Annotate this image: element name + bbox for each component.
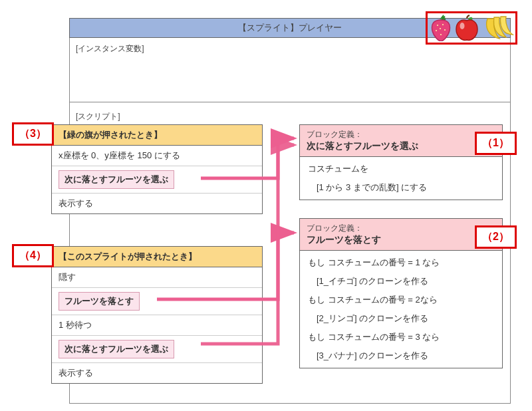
- def2-name: フルーツを落とす: [307, 234, 495, 246]
- svg-point-2: [439, 28, 440, 29]
- script4-row5: 表示する: [52, 363, 262, 383]
- diagram-stage: 【スプライト】プレイヤー: [0, 0, 532, 411]
- def1-line2: [1 から 3 までの乱数] にする: [300, 178, 502, 197]
- scripts-label: [スクリプト]: [76, 111, 120, 122]
- def2-line6: [3_バナナ] のクローンを作る: [300, 346, 502, 365]
- script4-row4: 次に落とすフルーツを選ぶ: [52, 336, 262, 363]
- call-choose-next-fruit-2: 次に落とすフルーツを選ぶ: [59, 340, 174, 358]
- block-def-choose-next-fruit: ブロック定義： 次に落とすフルーツを選ぶ コスチュームを [1 から 3 までの…: [299, 124, 503, 200]
- callout-3: （3）: [12, 122, 54, 146]
- callout-2: （2）: [475, 225, 517, 249]
- panel-divider: [69, 102, 511, 102]
- def2-line5: もし コスチュームの番号 = 3 なら: [300, 328, 502, 346]
- svg-point-3: [435, 30, 436, 31]
- def2-line4: [2_リンゴ] のクローンを作る: [300, 309, 502, 328]
- script4-row1: 隠す: [52, 267, 262, 288]
- svg-point-4: [444, 29, 445, 31]
- title-text: 【スプライト】プレイヤー: [238, 22, 342, 34]
- def2-line2: [1_イチゴ] のクローンを作る: [300, 272, 502, 291]
- callout-4: （4）: [12, 244, 54, 267]
- apple-icon: [454, 15, 480, 41]
- block-def-drop-fruit: ブロック定義： フルーツを落とす もし コスチュームの番号 = 1 なら [1_…: [299, 218, 503, 368]
- script4-row2: フルーツを落とす: [52, 288, 262, 315]
- script3-header: 【緑の旗が押されたとき】: [52, 125, 262, 146]
- def1-line1: コスチュームを: [300, 160, 502, 178]
- script3-row1: x座標を 0、y座標を 150 にする: [52, 146, 262, 166]
- svg-point-6: [460, 23, 465, 29]
- call-choose-next-fruit: 次に落とすフルーツを選ぶ: [59, 170, 174, 189]
- script4-header: 【このスプライトが押されたとき】: [52, 247, 262, 267]
- def2-label: ブロック定義：: [307, 223, 495, 234]
- script3-row2: 次に落とすフルーツを選ぶ: [52, 166, 262, 194]
- svg-point-1: [442, 24, 443, 25]
- callout-1: （1）: [475, 132, 517, 155]
- def1-name: 次に落とすフルーツを選ぶ: [307, 140, 495, 152]
- def1-header: ブロック定義： 次に落とすフルーツを選ぶ: [300, 125, 502, 157]
- script3-row3: 表示する: [52, 194, 262, 213]
- script-sprite-clicked: 【このスプライトが押されたとき】 隠す フルーツを落とす 1 秒待つ 次に落とす…: [51, 246, 263, 384]
- def2-line1: もし コスチュームの番号 = 1 なら: [300, 253, 502, 272]
- def2-line3: もし コスチュームの番号 = 2なら: [300, 291, 502, 309]
- script4-row3: 1 秒待つ: [52, 315, 262, 336]
- svg-point-5: [440, 34, 441, 35]
- script-green-flag: 【緑の旗が押されたとき】 x座標を 0、y座標を 150 にする 次に落とすフル…: [51, 124, 263, 214]
- ivars-label: [インスタンス変数]: [76, 43, 144, 55]
- strawberry-icon: [430, 15, 452, 41]
- fruit-icons-box: [426, 11, 517, 45]
- banana-icon: [482, 15, 514, 41]
- def2-header: ブロック定義： フルーツを落とす: [300, 219, 502, 251]
- svg-point-0: [436, 25, 438, 26]
- def1-label: ブロック定義：: [307, 129, 495, 140]
- call-drop-fruit: フルーツを落とす: [59, 292, 140, 311]
